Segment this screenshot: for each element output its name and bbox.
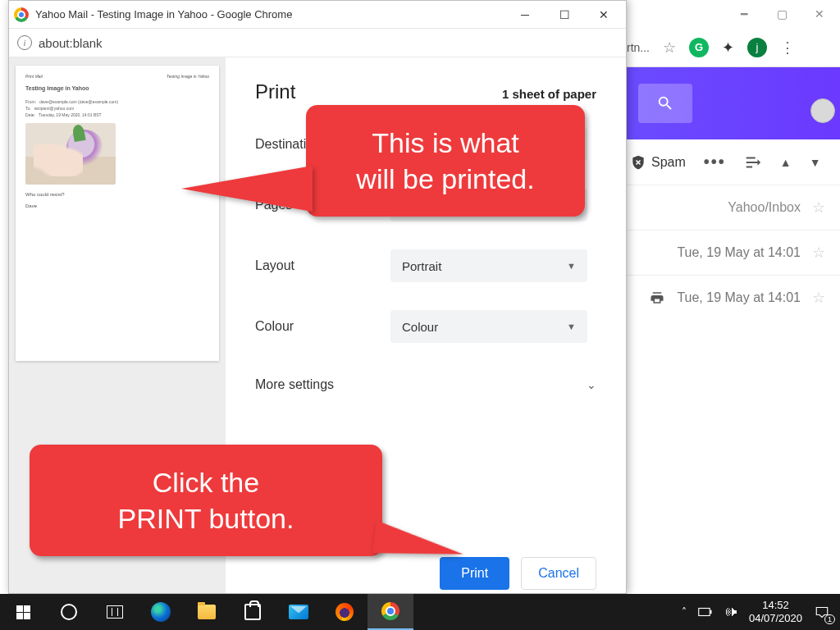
star-outline-icon[interactable]: ☆ — [812, 289, 825, 307]
minimize-icon[interactable]: ━ — [738, 8, 750, 20]
maximize-button[interactable]: ☐ — [559, 8, 570, 21]
callout-tail-icon — [181, 166, 313, 212]
chevron-down-icon: ▼ — [567, 261, 576, 271]
site-info-icon[interactable]: i — [17, 35, 32, 50]
url-text: about:blank — [39, 36, 103, 50]
more-actions-icon[interactable]: ••• — [704, 153, 726, 171]
folder-icon — [198, 605, 216, 619]
mail-row[interactable]: Tue, 19 May at 14:01 ☆ — [615, 275, 840, 320]
chevron-down-icon: ▼ — [567, 322, 576, 331]
preview-subject: Testing Image in Yahoo — [25, 84, 209, 93]
star-outline-icon[interactable]: ☆ — [812, 199, 825, 217]
annotation-callout-preview: This is what will be printed. — [306, 105, 585, 217]
taskbar-clock[interactable]: 14:52 04/07/2020 — [749, 599, 802, 624]
background-browser-window: ━ ▢ ✕ rtn... ☆ G ✦ j ⋮ Spam ••• ▲ ▼ Yaho… — [615, 0, 840, 594]
chevron-down-icon: ⌄ — [587, 378, 596, 391]
yahoo-profile-avatar[interactable] — [810, 98, 835, 123]
taskbar-app-store[interactable] — [230, 594, 276, 630]
taskbar-app-chrome[interactable] — [368, 594, 413, 630]
mail-date: Tue, 19 May at 14:01 — [677, 245, 801, 260]
task-view-icon — [107, 605, 123, 619]
grammarly-extension-icon[interactable]: G — [689, 38, 709, 57]
search-icon — [656, 94, 674, 112]
shield-x-icon — [630, 154, 646, 171]
star-outline-icon[interactable]: ☆ — [812, 244, 825, 262]
clock-time: 14:52 — [749, 599, 802, 612]
chrome-icon — [381, 602, 399, 620]
taskbar-app-mail[interactable] — [276, 594, 322, 630]
chrome-logo-icon — [14, 7, 29, 22]
sort-up-icon[interactable]: ▲ — [780, 156, 792, 169]
edge-icon — [151, 602, 171, 622]
layout-label: Layout — [255, 258, 390, 273]
bookmark-star-icon[interactable]: ☆ — [663, 39, 676, 57]
move-to-icon[interactable] — [744, 153, 762, 171]
minimize-button[interactable]: ─ — [519, 8, 531, 21]
bg-browser-toolbar: rtn... ☆ G ✦ j ⋮ — [615, 28, 840, 67]
bg-window-controls: ━ ▢ ✕ — [615, 0, 840, 28]
cortana-icon — [61, 604, 77, 620]
colour-select[interactable]: Colour▼ — [390, 310, 587, 343]
address-bar[interactable]: i about:blank — [9, 29, 626, 57]
more-settings-label: More settings — [255, 377, 334, 392]
window-title: Yahoo Mail - Testing Image in Yahoo - Go… — [35, 8, 519, 21]
task-view-button[interactable] — [92, 594, 138, 630]
folder-label: Yahoo/Inbox — [728, 200, 801, 215]
notification-badge: 1 — [824, 614, 835, 624]
colour-label: Colour — [255, 319, 390, 334]
mail-date: Tue, 19 May at 14:01 — [677, 290, 801, 305]
start-button[interactable] — [0, 594, 46, 630]
preview-photo — [25, 123, 116, 185]
url-truncated: rtn... — [627, 41, 650, 54]
kebab-menu-icon[interactable]: ⋮ — [780, 39, 795, 57]
profile-avatar[interactable]: j — [747, 38, 767, 57]
mail-icon — [289, 605, 308, 619]
print-heading: Print — [255, 80, 295, 103]
extensions-puzzle-icon[interactable]: ✦ — [722, 39, 734, 57]
tray-overflow-icon[interactable]: ˄ — [682, 606, 687, 618]
cortana-button[interactable] — [46, 594, 92, 630]
annotation-callout-print: Click the PRINT button. — [30, 445, 382, 556]
mail-message-list: Yahoo/Inbox ☆ Tue, 19 May at 14:01 ☆ Tue… — [615, 185, 840, 320]
yahoo-header-bar — [615, 67, 840, 139]
clock-date: 04/07/2020 — [749, 612, 802, 625]
firefox-icon — [336, 603, 354, 621]
volume-icon[interactable]: 🕪 — [724, 605, 737, 619]
search-button[interactable] — [638, 84, 692, 123]
spam-label: Spam — [651, 155, 686, 170]
more-settings-toggle[interactable]: More settings ⌄ — [255, 371, 596, 399]
svg-rect-0 — [699, 609, 710, 616]
taskbar-app-edge[interactable] — [138, 594, 184, 630]
windows-taskbar: ˄ 🕪 14:52 04/07/2020 1 — [0, 594, 840, 630]
window-titlebar: Yahoo Mail - Testing Image in Yahoo - Go… — [9, 1, 626, 29]
printer-icon[interactable] — [649, 290, 665, 305]
sort-down-icon[interactable]: ▼ — [810, 156, 821, 169]
battery-icon[interactable] — [698, 606, 713, 618]
spam-button[interactable]: Spam — [630, 154, 686, 171]
store-icon — [244, 604, 261, 620]
mail-action-toolbar: Spam ••• ▲ ▼ — [615, 139, 840, 185]
mail-row[interactable]: Tue, 19 May at 14:01 ☆ — [615, 230, 840, 275]
windows-logo-icon — [16, 605, 30, 619]
sheet-count: 1 sheet of paper — [502, 87, 596, 101]
mail-row[interactable]: Yahoo/Inbox ☆ — [615, 185, 840, 230]
preview-page: Print MailTesting Image in Yahoo Testing… — [16, 66, 219, 361]
action-center-button[interactable]: 1 — [814, 604, 830, 621]
taskbar-app-firefox[interactable] — [322, 594, 368, 630]
close-button[interactable]: ✕ — [598, 8, 609, 21]
svg-rect-1 — [710, 610, 712, 614]
maximize-icon[interactable]: ▢ — [776, 8, 788, 20]
close-icon[interactable]: ✕ — [814, 8, 825, 20]
cancel-button[interactable]: Cancel — [521, 557, 596, 590]
taskbar-app-explorer[interactable] — [184, 594, 230, 630]
layout-select[interactable]: Portrait▼ — [390, 249, 587, 282]
